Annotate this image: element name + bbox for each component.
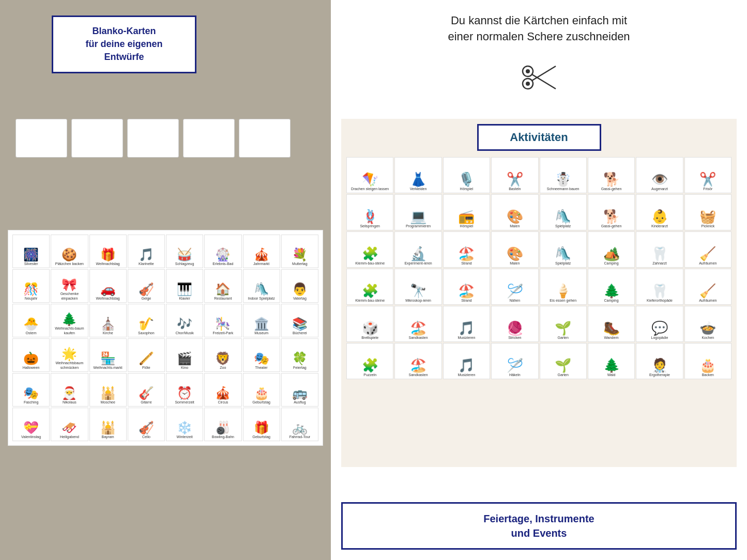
- act-cell-label: Spielplatz: [555, 261, 571, 266]
- left-grid-cell: 🍀 Feiertag: [281, 338, 318, 372]
- act-cell-icon: 🐕: [603, 210, 620, 223]
- act-grid-cell: 🏕️ Camping: [588, 231, 635, 268]
- cell-label: Bücherei: [293, 331, 307, 335]
- cell-icon: 🎭: [254, 352, 269, 365]
- cell-label: Museum: [254, 331, 268, 335]
- left-grid-cell: 🎊 Neujahr: [12, 269, 50, 303]
- act-grid-cell: 🧺 Picknick: [684, 194, 731, 230]
- blanko-karten-box: Blanko-Karten für deine eigenen Entwürfe: [52, 15, 196, 73]
- act-cell-label: Aufräumen: [699, 261, 716, 266]
- cell-label: Fahrrad-Tour: [289, 435, 310, 439]
- act-cell-icon: 🧩: [362, 359, 378, 372]
- left-grid-cell: 📚 Bücherei: [281, 304, 318, 337]
- svg-point-5: [526, 69, 530, 73]
- cell-icon: 🦁: [215, 352, 231, 365]
- act-grid-cell: 🌲 Camping: [588, 269, 635, 305]
- cell-icon: 🎁: [100, 248, 116, 261]
- act-cell-label: Experiment-ieren: [404, 261, 432, 266]
- cell-label: Schlagzeug: [175, 262, 194, 266]
- act-cell-icon: 🦷: [651, 284, 668, 298]
- left-grid-cell: 💐 Muttertag: [281, 235, 318, 268]
- left-grid-cell: 🎳 Bowling-Bahn: [204, 408, 241, 441]
- act-cell-label: Klemm-bau-steine: [355, 261, 385, 266]
- left-grid-cell: 🥁 Schlagzeug: [166, 235, 203, 268]
- act-cell-label: Gassi-gehen: [601, 224, 622, 228]
- act-cell-label: Programmieren: [406, 224, 431, 228]
- act-cell-label: Frisör: [703, 187, 712, 191]
- cell-icon: 🛝: [254, 283, 269, 295]
- left-grid-cell: 🎻 Geige: [128, 269, 165, 303]
- act-cell-icon: 🧩: [362, 247, 378, 260]
- act-cell-label: Hörspiel: [460, 187, 474, 191]
- cell-label: Geschenke einpacken: [52, 292, 87, 301]
- cell-label: Freizeit-Park: [213, 331, 234, 335]
- left-grid-cell: 🎀 Geschenke einpacken: [51, 269, 88, 303]
- cell-label: Circus: [218, 400, 228, 405]
- cell-label: Saxophon: [138, 331, 155, 335]
- act-cell-label: Sandkasten: [409, 336, 428, 340]
- act-grid-cell: 🧩 Puzzeln: [346, 343, 393, 379]
- act-cell-icon: 🏖️: [410, 321, 426, 335]
- cell-label: Ostern: [26, 331, 37, 335]
- act-grid-cell: 🧩 Klemm-bau-steine: [346, 231, 393, 268]
- act-cell-label: Logopädie: [651, 336, 668, 340]
- act-cell-label: Garten: [557, 336, 568, 340]
- act-cell-label: Malen: [510, 224, 520, 228]
- act-cell-icon: 🔬: [410, 247, 426, 260]
- cell-icon: 🎆: [23, 248, 39, 261]
- act-cell-icon: 🎲: [362, 321, 378, 335]
- left-grid-cell: 🪈 Flöte: [128, 338, 165, 372]
- right-panel: Du kannst die Kärtchen einfach mit einer…: [331, 0, 747, 560]
- act-cell-label: Seilspringen: [360, 224, 380, 228]
- cell-icon: 🎷: [139, 318, 154, 330]
- act-grid-cell: 🪢 Seilspringen: [346, 194, 393, 230]
- cell-label: Restaurant: [214, 297, 232, 301]
- left-grid-cell: 🎅 Nikolaus: [51, 373, 88, 407]
- left-grid-cell: 🚲 Fahrrad-Tour: [281, 408, 318, 441]
- left-grid-cell: 🎆 Silvester: [12, 235, 50, 268]
- cell-label: Cello: [142, 435, 150, 439]
- cell-icon: 🛷: [62, 422, 77, 434]
- cell-label: Zoo: [220, 366, 226, 370]
- blank-card-4: [183, 119, 235, 158]
- act-cell-label: Stricken: [508, 336, 521, 340]
- cell-icon: 🎅: [62, 387, 77, 399]
- cell-label: Fasching: [24, 400, 38, 405]
- act-grid-cell: 🧹 Aufräumen: [684, 269, 731, 305]
- act-grid-cell: 🎙️ Hörspiel: [443, 157, 490, 193]
- act-grid-cell: 🏖️ Strand: [443, 269, 490, 305]
- cell-icon: 💝: [23, 422, 39, 434]
- act-grid-cell: 👗 Verkleiden: [394, 157, 441, 193]
- act-cell-icon: 📻: [458, 210, 475, 223]
- act-cell-icon: 🪡: [507, 284, 523, 298]
- cell-icon: ⛪: [100, 318, 116, 330]
- cell-icon: 🏪: [100, 352, 116, 365]
- cell-label: Weihnachtstag: [96, 297, 120, 301]
- cell-label: Weihnachtstag: [96, 262, 120, 266]
- act-cell-icon: 🐕: [603, 173, 620, 186]
- left-grid-cell: ⛪ Kirche: [89, 304, 127, 337]
- cell-label: Plätzchen backen: [55, 262, 84, 266]
- act-cell-icon: 🔭: [410, 284, 426, 298]
- act-cell-label: Camping: [604, 261, 619, 266]
- act-cell-icon: 🏖️: [458, 284, 475, 298]
- cell-icon: 🏠: [215, 283, 231, 295]
- act-cell-icon: 🧩: [362, 284, 378, 298]
- act-grid-cell: 👁️ Augenarzt: [636, 157, 683, 193]
- cell-label: Klarinette: [139, 262, 154, 266]
- blank-card-1: [16, 119, 67, 158]
- svg-line-2: [532, 66, 556, 81]
- left-grid-cell: 🍪 Plätzchen backen: [51, 235, 88, 268]
- cell-icon: 🎶: [177, 318, 192, 330]
- act-cell-icon: 🪡: [507, 359, 523, 372]
- act-cell-label: Kochen: [702, 336, 714, 340]
- left-grid-cell: 🎵 Klarinette: [128, 235, 165, 268]
- act-cell-label: Ergotherapie: [649, 373, 670, 377]
- left-grid-cell: 🎹 Klavier: [166, 269, 203, 303]
- act-grid-cell: 🛝 Spielplatz: [540, 194, 587, 230]
- blanko-title: Blanko-Karten für deine eigenen Entwürfe: [64, 25, 185, 64]
- act-cell-label: Wandern: [604, 336, 618, 340]
- act-cell-icon: 🧶: [507, 321, 523, 335]
- header-text: Du kannst die Kärtchen einfach mit einer…: [357, 13, 721, 45]
- cell-icon: 🎀: [62, 278, 77, 291]
